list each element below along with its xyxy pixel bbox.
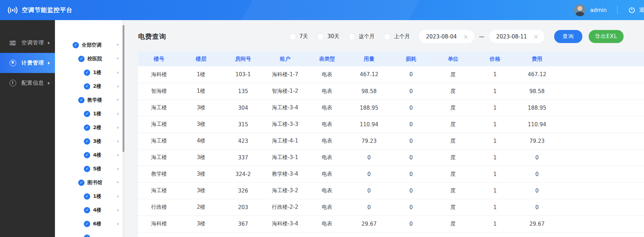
radio-icon[interactable] [348,33,355,40]
checkbox-checked-icon[interactable] [84,69,90,76]
chevron-right-icon[interactable] [117,113,119,115]
table-cell: 度 [432,215,474,232]
table-row[interactable]: 海工楼3楼326海工楼-3-2电表00度10 [138,182,644,199]
checkbox-checked-icon[interactable] [78,56,85,62]
checkbox-checked-icon[interactable] [84,138,90,145]
chevron-right-icon[interactable] [117,126,119,129]
table-row[interactable]: 海工楼3楼315海工楼-3-3电表110.940度1110.94 [138,116,644,133]
chevron-right-icon[interactable] [117,195,119,198]
chevron-right-icon[interactable] [117,223,119,225]
tree-item[interactable]: 教学楼 [55,93,125,107]
clear-start-date-icon[interactable] [463,34,469,40]
table-row[interactable]: 海工楼3楼337海工楼-3-1电表00度10 [138,149,644,166]
tree-item[interactable]: 3楼 [55,134,125,148]
table-row[interactable]: 教学楼3楼324-2教学楼-3-4电表00度10 [138,166,644,182]
chevron-down-icon[interactable] [116,44,119,46]
power-icon[interactable] [628,6,636,14]
checkbox-checked-icon[interactable] [84,235,90,237]
tree-item[interactable]: 6楼 [55,217,125,231]
chevron-right-icon[interactable] [117,71,119,74]
tree-scrollbar[interactable] [122,20,125,237]
chevron-right-icon[interactable] [117,168,119,170]
info-circle-icon: i [9,80,16,87]
checkbox-checked-icon[interactable] [78,97,85,103]
checkbox-checked-icon[interactable] [78,180,85,186]
quick-range-option[interactable]: 30天 [317,33,339,40]
topbar: 空调节能监控平台 admin 退出 [0,0,644,20]
table-cell-spacer [558,215,644,232]
table-cell: 315 [222,116,264,133]
tree-item[interactable]: 全部空调 [55,38,125,52]
checkbox-checked-icon[interactable] [84,124,90,131]
checkbox-checked-icon[interactable] [84,152,90,158]
sidebar-item-ac-management[interactable]: 空调管理 [0,33,55,53]
username[interactable]: admin [590,7,607,13]
table-cell: 203 [222,199,264,215]
tree-item[interactable]: 4楼 [55,203,125,217]
quick-range-option[interactable]: 上个月 [384,33,410,40]
logout-button[interactable]: 退出 [639,7,644,13]
chevron-down-icon[interactable] [116,99,119,101]
checkbox-checked-icon[interactable] [84,111,90,117]
table-cell: 电表 [306,182,348,199]
checkbox-checked-icon[interactable] [84,193,90,200]
tree-item[interactable]: 2楼 [55,79,125,93]
table-cell-spacer [558,66,644,83]
tree-item[interactable]: 2楼 [55,121,125,134]
start-date-picker[interactable]: 2023-08-04 [419,30,474,43]
query-button[interactable]: 查询 [554,30,582,43]
checkbox-checked-icon[interactable] [84,221,90,227]
table-cell: 0 [516,166,558,182]
tree-item[interactable]: 1楼 [55,107,125,121]
tree-item[interactable]: 4楼 [55,148,125,162]
tree-item[interactable]: 图书馆 [55,176,125,189]
quick-range-option[interactable]: 这个月 [348,33,374,40]
table-cell: 0 [390,99,432,116]
chevron-down-icon[interactable] [116,182,119,183]
scrollbar-thumb[interactable] [123,25,124,152]
tree-item[interactable]: 校医院 [55,52,125,66]
user-avatar[interactable] [574,4,586,16]
tree-item[interactable]: 5楼 [55,162,125,176]
table-cell: 度 [432,149,474,166]
table-cell: 1 [474,166,516,182]
end-date-picker[interactable]: 2023-08-11 [489,30,544,43]
table-cell: 367 [222,215,264,232]
table-cell: 海工楼-3-2 [264,182,306,199]
topbar-divider [617,6,618,14]
tree-item-label: 5楼 [93,166,101,172]
table-cell: 79.23 [516,133,558,149]
checkbox-checked-icon[interactable] [84,83,90,90]
table-row[interactable]: 行政楼2楼203行政楼-2-2电表00度10 [138,199,644,215]
checkbox-checked-icon[interactable] [84,207,90,213]
radio-icon[interactable] [289,33,296,40]
table-row[interactable]: 海科楼3楼367海科楼-3-4电表29.670度129.67 [138,215,644,232]
radio-icon[interactable] [317,33,324,40]
table-cell: 3楼 [180,182,222,199]
tree-item[interactable] [55,231,125,237]
sidebar-item-config-info[interactable]: i 配置信息 [0,73,55,93]
sidebar-item-billing-management[interactable]: ¥ 计费管理 [0,53,55,73]
table-row[interactable]: 智海楼1楼135智海楼-1-2电表98.580度198.58 [138,83,644,99]
radio-icon[interactable] [384,33,391,40]
chevron-right-icon[interactable] [117,154,119,157]
tree-item[interactable]: 1楼 [55,189,125,203]
table-cell-spacer [558,149,644,166]
chevron-right-icon[interactable] [117,209,119,212]
tree-item[interactable]: 1楼 [55,66,125,79]
table-row[interactable]: 海工楼4楼423海工楼-4-1电表79.230度179.23 [138,133,644,149]
checkbox-checked-icon[interactable] [84,166,90,172]
table-row[interactable]: 海工楼3楼304海工楼-3-4电表188.950度1188.95 [138,99,644,116]
table-cell: 电表 [306,215,348,232]
quick-range-option[interactable]: 7天 [289,33,308,40]
clear-end-date-icon[interactable] [533,34,539,40]
checkbox-checked-icon[interactable] [73,42,79,48]
chevron-down-icon[interactable] [116,58,119,60]
chevron-right-icon[interactable] [117,140,119,143]
table-cell: 1楼 [180,66,222,83]
chevron-right-icon[interactable] [117,85,119,88]
table-row[interactable]: 海科楼1楼103-1海科楼-1-7电表467.120度1467.12 [138,66,644,83]
tree-item-label: 1楼 [93,111,101,117]
export-excel-button[interactable]: 导出EXL [589,30,624,43]
tree-item-label: 图书馆 [87,180,102,186]
